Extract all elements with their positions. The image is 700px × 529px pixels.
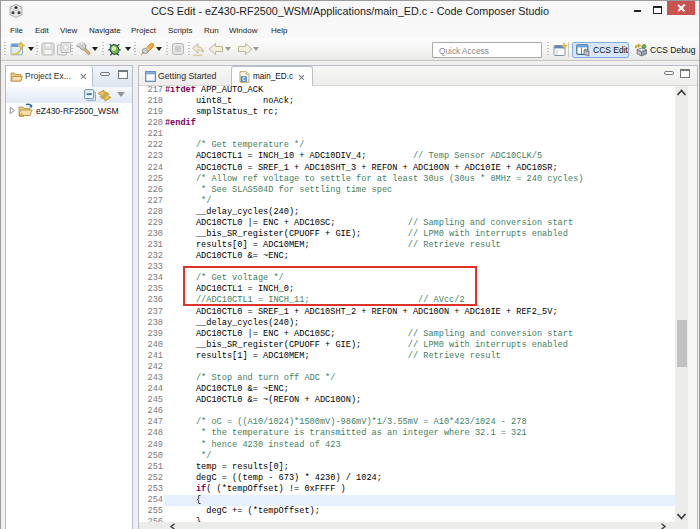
svg-text:c: c — [242, 75, 246, 82]
